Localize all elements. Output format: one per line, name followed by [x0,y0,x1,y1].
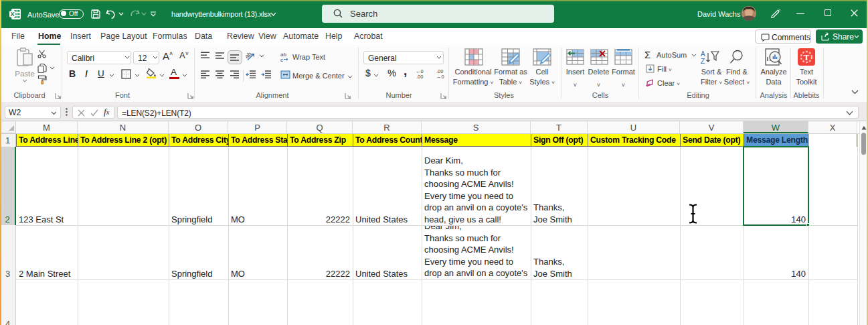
svg-text:c: c [280,57,283,62]
svg-text:Z: Z [701,58,705,65]
svg-text:X: X [11,11,15,17]
svg-text:A: A [701,50,705,58]
svg-text:T: T [804,52,810,62]
svg-text:→0: →0 [436,74,444,79]
svg-text:.00: .00 [416,74,423,79]
